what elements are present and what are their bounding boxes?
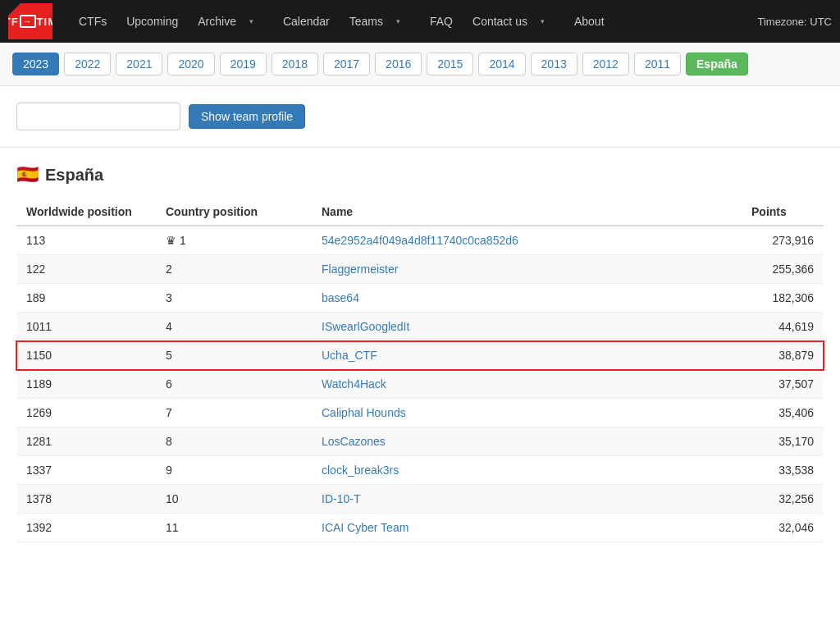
cell-points: 37,507 xyxy=(742,370,824,399)
year-tab-2023[interactable]: 2023 xyxy=(12,53,59,75)
team-link[interactable]: base64 xyxy=(322,291,359,304)
cell-country: 4 xyxy=(156,313,312,341)
table-row: 10114ISwearlGoogledIt44,619 xyxy=(16,313,824,341)
cell-country: 2 xyxy=(156,255,312,284)
cell-points: 32,256 xyxy=(742,485,824,514)
table-row: 12697Caliphal Hounds35,406 xyxy=(16,399,824,427)
cell-points: 255,366 xyxy=(742,255,824,284)
nav-item-about[interactable]: About xyxy=(564,15,614,28)
cell-name[interactable]: ID-10-T xyxy=(312,485,742,514)
year-tab-2017[interactable]: 2017 xyxy=(323,53,370,75)
cell-name[interactable]: LosCazones xyxy=(312,427,742,456)
nav-link-about[interactable]: About xyxy=(564,15,614,28)
cell-name[interactable]: Watch4Hack xyxy=(312,370,742,399)
nav-link-archive[interactable]: Archive▾ xyxy=(188,15,273,28)
table-head: Worldwide position Country position Name… xyxy=(16,199,824,226)
cell-country: 9 xyxy=(156,456,312,485)
team-link[interactable]: Flaggermeister xyxy=(322,263,398,276)
table-row: 12818LosCazones35,170 xyxy=(16,427,824,456)
team-link[interactable]: Ucha_CTF xyxy=(322,349,377,362)
nav-link-faq[interactable]: FAQ xyxy=(420,15,463,28)
dropdown-arrow-icon: ▾ xyxy=(386,17,410,25)
year-tab-2016[interactable]: 2016 xyxy=(375,53,422,75)
nav-links: CTFsUpcomingArchive▾CalendarTeams▾FAQCon… xyxy=(69,15,757,28)
cell-name[interactable]: ICAI Cyber Team xyxy=(312,514,742,542)
nav-link-teams[interactable]: Teams▾ xyxy=(340,15,420,28)
year-tab-2021[interactable]: 2021 xyxy=(116,53,162,75)
team-link[interactable]: 54e2952a4f049a4d8f11740c0ca852d6 xyxy=(322,234,518,247)
cell-worldwide: 1011 xyxy=(16,313,156,341)
show-profile-button[interactable]: Show team profile xyxy=(189,104,305,129)
team-link[interactable]: LosCazones xyxy=(322,435,386,448)
cell-points: 32,046 xyxy=(742,514,824,542)
nav-item-teams[interactable]: Teams▾ xyxy=(340,15,420,28)
table-body: 113♛ 154e2952a4f049a4d8f11740c0ca852d627… xyxy=(16,226,824,542)
table-row: 1222Flaggermeister255,366 xyxy=(16,255,824,284)
main-content: 🇪🇸 España Worldwide position Country pos… xyxy=(0,148,840,559)
crown-icon: ♛ xyxy=(166,234,180,247)
ranking-table: Worldwide position Country position Name… xyxy=(16,199,824,542)
year-tab-2014[interactable]: 2014 xyxy=(478,53,525,75)
cell-name[interactable]: clock_break3rs xyxy=(312,456,742,485)
cell-worldwide: 1392 xyxy=(16,514,156,542)
team-link[interactable]: Caliphal Hounds xyxy=(322,406,406,419)
year-tab-2012[interactable]: 2012 xyxy=(582,53,629,75)
cell-worldwide: 122 xyxy=(16,255,156,284)
nav-link-ctfs[interactable]: CTFs xyxy=(69,15,116,28)
year-tab-2018[interactable]: 2018 xyxy=(272,53,318,75)
nav-link-calendar[interactable]: Calendar xyxy=(273,15,340,28)
col-header-name: Name xyxy=(312,199,742,226)
nav-item-calendar[interactable]: Calendar xyxy=(273,15,340,28)
nav-item-faq[interactable]: FAQ xyxy=(420,15,463,28)
cell-name[interactable]: 54e2952a4f049a4d8f11740c0ca852d6 xyxy=(312,226,742,255)
cell-name[interactable]: ISwearlGoogledIt xyxy=(312,313,742,341)
year-tab-2015[interactable]: 2015 xyxy=(427,53,473,75)
team-link[interactable]: ISwearlGoogledIt xyxy=(322,320,409,333)
team-link[interactable]: clock_break3rs xyxy=(322,464,399,477)
navbar-left: CTF→TIME xyxy=(8,3,69,39)
year-tab-2011[interactable]: 2011 xyxy=(634,53,681,75)
cell-country: 3 xyxy=(156,284,312,313)
nav-item-contact-us[interactable]: Contact us▾ xyxy=(463,15,564,28)
navbar: CTF→TIME CTFsUpcomingArchive▾CalendarTea… xyxy=(0,0,840,43)
nav-item-upcoming[interactable]: Upcoming xyxy=(116,15,188,28)
flag-icon: 🇪🇸 xyxy=(16,164,39,185)
table-row: 11505Ucha_CTF38,879 xyxy=(16,341,824,370)
nav-item-ctfs[interactable]: CTFs xyxy=(69,15,116,28)
cell-points: 33,538 xyxy=(742,456,824,485)
cell-name[interactable]: base64 xyxy=(312,284,742,313)
cell-points: 35,170 xyxy=(742,427,824,456)
year-tab-2020[interactable]: 2020 xyxy=(167,53,214,75)
search-input[interactable] xyxy=(16,103,180,130)
cell-worldwide: 1378 xyxy=(16,485,156,514)
team-link[interactable]: ICAI Cyber Team xyxy=(322,521,409,534)
cell-points: 273,916 xyxy=(742,226,824,255)
cell-name[interactable]: Flaggermeister xyxy=(312,255,742,284)
cell-country: 11 xyxy=(156,514,312,542)
cell-worldwide: 1150 xyxy=(16,341,156,370)
cell-country: 8 xyxy=(156,427,312,456)
year-tab-2022[interactable]: 2022 xyxy=(64,53,111,75)
team-link[interactable]: Watch4Hack xyxy=(322,377,386,391)
brand-logo[interactable]: CTF→TIME xyxy=(8,3,52,39)
team-link[interactable]: ID-10-T xyxy=(322,492,360,505)
col-header-country: Country position xyxy=(156,199,312,226)
table-row: 13379clock_break3rs33,538 xyxy=(16,456,824,485)
col-header-points: Points xyxy=(742,199,824,226)
year-tab-2019[interactable]: 2019 xyxy=(220,53,267,75)
year-tab-españa[interactable]: España xyxy=(686,53,748,75)
nav-link-upcoming[interactable]: Upcoming xyxy=(116,15,188,28)
cell-country: 5 xyxy=(156,341,312,370)
cell-name[interactable]: Caliphal Hounds xyxy=(312,399,742,427)
nav-timezone: Timezone: UTC xyxy=(757,16,832,28)
logo-text: CTF→TIME xyxy=(0,15,66,28)
cell-name[interactable]: Ucha_CTF xyxy=(312,341,742,370)
cell-points: 182,306 xyxy=(742,284,824,313)
search-row: Show team profile xyxy=(16,103,824,130)
nav-link-contact-us[interactable]: Contact us▾ xyxy=(463,15,564,28)
nav-item-archive[interactable]: Archive▾ xyxy=(188,15,273,28)
table-header-row: Worldwide position Country position Name… xyxy=(16,199,824,226)
cell-worldwide: 1189 xyxy=(16,370,156,399)
table-row: 11896Watch4Hack37,507 xyxy=(16,370,824,399)
year-tab-2013[interactable]: 2013 xyxy=(531,53,578,75)
